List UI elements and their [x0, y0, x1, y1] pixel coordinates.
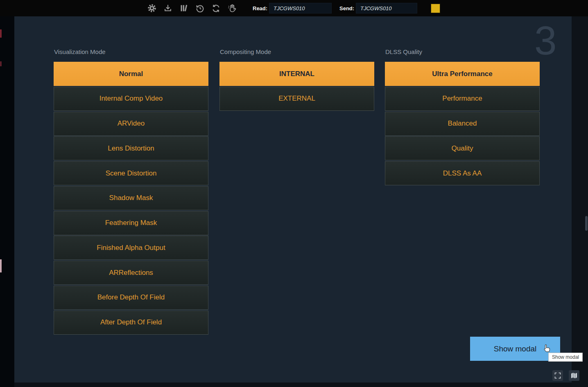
edge-mark — [0, 61, 2, 66]
right-edge-strip — [572, 16, 588, 387]
option-list: INTERNALEXTERNAL — [219, 62, 374, 111]
column-title: DLSS Quality — [385, 48, 540, 55]
dlss-quality-column: DLSS Quality Ultra PerformancePerformanc… — [385, 48, 540, 185]
scrollbar-thumb[interactable] — [585, 216, 588, 231]
edge-mark — [0, 29, 2, 38]
option-quality[interactable]: Quality — [385, 136, 540, 160]
send-input[interactable]: TJCGWS010 — [356, 3, 417, 14]
sync-icon[interactable] — [210, 3, 221, 14]
send-label: Send: — [339, 0, 354, 16]
show-modal-button[interactable]: Show modal — [470, 337, 560, 361]
show-modal-tooltip: Show modal — [548, 353, 583, 362]
settings-gear-icon[interactable] — [147, 3, 157, 14]
top-toolbar: Read: TJCGWS010 Send: TJCGWS010 — [0, 0, 588, 16]
toolbar-icon-group — [147, 0, 237, 16]
option-lens-distortion[interactable]: Lens Distortion — [54, 136, 208, 160]
option-arvideo[interactable]: ARVideo — [54, 112, 208, 136]
option-shadow-mask[interactable]: Shadow Mask — [54, 186, 208, 210]
option-balanced[interactable]: Balanced — [385, 112, 540, 136]
map-icon[interactable] — [569, 370, 579, 381]
library-icon[interactable] — [179, 3, 189, 14]
option-after-depth-of-field[interactable]: After Depth Of Field — [54, 310, 208, 335]
edge-mark — [0, 259, 2, 272]
app-window: Read: TJCGWS010 Send: TJCGWS010 3 Visual… — [0, 0, 588, 387]
option-dlss-as-aa[interactable]: DLSS As AA — [385, 161, 540, 185]
option-normal[interactable]: Normal — [54, 62, 208, 86]
option-internal-comp-video[interactable]: Internal Comp Video — [54, 87, 208, 111]
pan-hand-icon[interactable] — [226, 3, 237, 14]
option-ultra-performance[interactable]: Ultra Performance — [385, 62, 540, 86]
compositing-mode-column: Compositing Mode INTERNALEXTERNAL — [219, 48, 374, 111]
option-finished-alpha-output[interactable]: Finished Alpha Output — [54, 236, 208, 260]
visualization-mode-column: Visualization Mode NormalInternal Comp V… — [54, 48, 208, 335]
read-input[interactable]: TJCGWS010 — [269, 3, 332, 14]
color-swatch[interactable] — [431, 4, 440, 13]
fit-to-screen-icon[interactable] — [552, 370, 563, 381]
column-title: Compositing Mode — [220, 48, 374, 55]
option-internal[interactable]: INTERNAL — [219, 62, 374, 86]
option-arreflections[interactable]: ARReflections — [54, 261, 208, 285]
download-icon[interactable] — [163, 3, 173, 14]
option-scene-distortion[interactable]: Scene Distortion — [54, 161, 208, 185]
option-performance[interactable]: Performance — [385, 87, 540, 111]
option-external[interactable]: EXTERNAL — [219, 87, 374, 111]
option-feathering-mask[interactable]: Feathering Mask — [54, 211, 208, 235]
option-list: NormalInternal Comp VideoARVideoLens Dis… — [54, 62, 208, 335]
option-list: Ultra PerformancePerformanceBalancedQual… — [385, 62, 540, 185]
history-icon[interactable] — [194, 3, 205, 14]
option-before-depth-of-field[interactable]: Before Depth Of Field — [54, 286, 208, 310]
read-label: Read: — [253, 0, 267, 16]
left-edge-strip — [0, 16, 14, 387]
column-title: Visualization Mode — [54, 48, 208, 55]
